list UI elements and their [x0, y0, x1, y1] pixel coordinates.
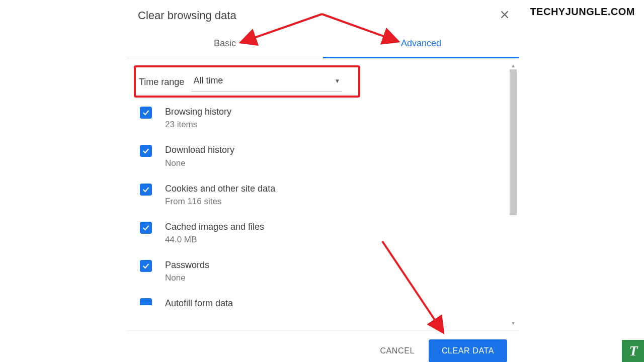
- option-passwords[interactable]: Passwords None: [138, 254, 503, 292]
- checkbox-autofill[interactable]: [140, 298, 152, 305]
- checkbox-cached[interactable]: [140, 222, 152, 234]
- option-title: Passwords: [165, 259, 209, 271]
- option-title: Autofill form data: [165, 297, 233, 309]
- checkbox-download-history[interactable]: [140, 145, 152, 157]
- option-title: Download history: [165, 144, 234, 156]
- option-subtitle: None: [165, 158, 234, 168]
- close-icon: [500, 10, 509, 19]
- checkbox-cookies[interactable]: [140, 184, 152, 196]
- close-button[interactable]: [494, 4, 515, 25]
- time-range-value: All time: [193, 75, 223, 86]
- clear-browsing-data-dialog: Clear browsing data Basic Advanced Time …: [127, 0, 519, 362]
- dialog-title: Clear browsing data: [138, 9, 505, 22]
- scroll-down-icon[interactable]: ▼: [509, 319, 517, 327]
- watermark-text: TECHYJUNGLE.COM: [530, 6, 635, 18]
- option-download-history[interactable]: Download history None: [138, 139, 503, 177]
- dialog-body: Time range All time ▼ Browsing history 2…: [127, 58, 519, 330]
- site-logo-letter: T: [629, 343, 636, 359]
- option-subtitle: 44.0 MB: [165, 235, 264, 245]
- clear-data-button[interactable]: CLEAR DATA: [429, 339, 507, 362]
- time-range-label: Time range: [139, 77, 184, 87]
- option-browsing-history[interactable]: Browsing history 23 items: [138, 101, 503, 139]
- option-title: Browsing history: [165, 106, 231, 118]
- site-logo-badge: T: [622, 340, 644, 362]
- option-subtitle: None: [165, 273, 209, 283]
- scrollbar[interactable]: ▲ ▼: [509, 61, 517, 327]
- option-title: Cached images and files: [165, 221, 264, 233]
- scroll-track[interactable]: [509, 69, 517, 319]
- scroll-thumb[interactable]: [510, 69, 517, 215]
- option-subtitle: 23 items: [165, 120, 231, 130]
- option-cookies[interactable]: Cookies and other site data From 116 sit…: [138, 177, 503, 216]
- checkbox-browsing-history[interactable]: [140, 107, 152, 119]
- time-range-select[interactable]: All time ▼: [191, 72, 342, 92]
- scroll-up-icon[interactable]: ▲: [509, 61, 517, 69]
- cancel-button[interactable]: CANCEL: [371, 340, 424, 361]
- option-subtitle: From 116 sites: [165, 197, 275, 207]
- tab-advanced[interactable]: Advanced: [323, 27, 519, 58]
- time-range-row: Time range All time ▼: [138, 63, 503, 101]
- option-title: Cookies and other site data: [165, 183, 275, 195]
- chevron-down-icon: ▼: [334, 77, 340, 84]
- checkbox-passwords[interactable]: [140, 260, 152, 272]
- tab-basic[interactable]: Basic: [127, 27, 323, 58]
- option-autofill[interactable]: Autofill form data: [138, 292, 503, 309]
- option-cached[interactable]: Cached images and files 44.0 MB: [138, 216, 503, 254]
- tabs: Basic Advanced: [127, 27, 519, 58]
